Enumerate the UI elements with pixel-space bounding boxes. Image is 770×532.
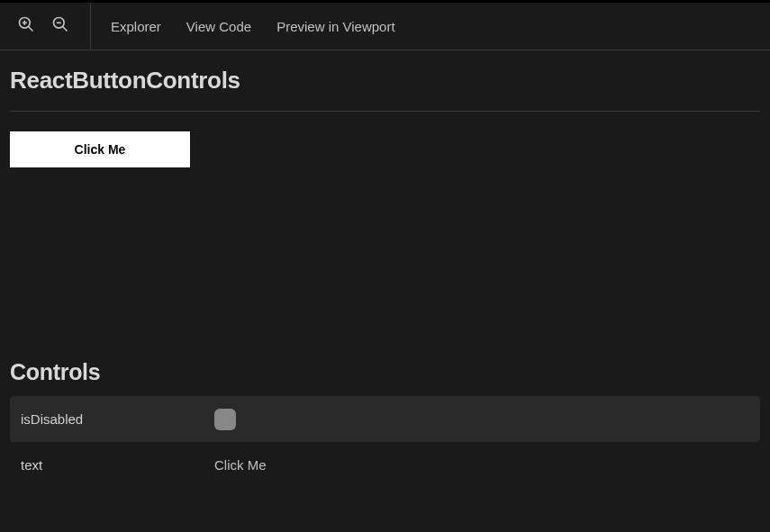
- controls-title: Controls: [10, 359, 760, 385]
- toolbar: Explorer View Code Preview in Viewport: [0, 3, 770, 50]
- isdisabled-checkbox[interactable]: [214, 409, 236, 430]
- nav-preview-viewport[interactable]: Preview in Viewport: [276, 19, 394, 34]
- text-value[interactable]: Click Me: [214, 457, 267, 473]
- nav-explorer[interactable]: Explorer: [111, 19, 161, 34]
- controls-section: Controls isDisabled text Click Me: [0, 359, 770, 488]
- control-label: isDisabled: [21, 411, 214, 427]
- zoom-out-button[interactable]: [43, 9, 77, 43]
- nav-view-code[interactable]: View Code: [186, 19, 251, 34]
- zoom-controls: [9, 3, 91, 50]
- demo-button[interactable]: Click Me: [10, 131, 190, 167]
- nav-links: Explorer View Code Preview in Viewport: [91, 19, 395, 34]
- zoom-in-button[interactable]: [9, 9, 43, 43]
- control-label: text: [21, 457, 214, 473]
- page-title: ReactButtonControls: [10, 67, 760, 112]
- preview-zone: Click Me: [10, 112, 760, 167]
- main-area: ReactButtonControls Click Me: [0, 50, 770, 167]
- svg-line-5: [63, 27, 68, 32]
- control-row-isdisabled: isDisabled: [10, 396, 760, 442]
- zoom-out-icon: [51, 15, 69, 37]
- control-row-text: text Click Me: [10, 442, 760, 488]
- zoom-in-icon: [17, 15, 35, 37]
- svg-line-1: [29, 27, 33, 32]
